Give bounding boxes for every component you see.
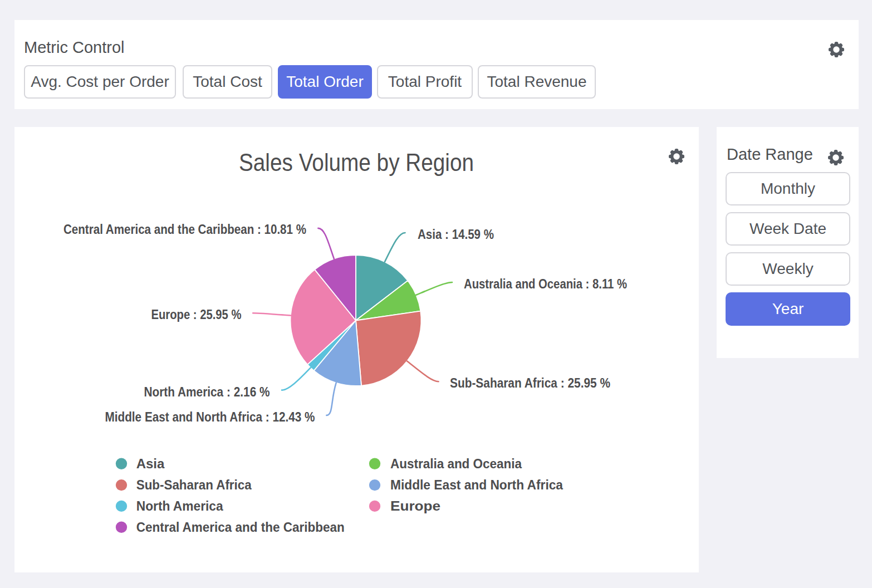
svg-text:Sales Volume by Region: Sales Volume by Region — [239, 149, 474, 176]
svg-text:North America: North America — [136, 498, 224, 513]
svg-text:North America : 2.16 %: North America : 2.16 % — [144, 384, 270, 399]
svg-text:Australia and Oceania: Australia and Oceania — [390, 456, 522, 471]
svg-text:Sub-Saharan Africa : 25.95 %: Sub-Saharan Africa : 25.95 % — [450, 375, 610, 390]
svg-text:Sub-Saharan Africa: Sub-Saharan Africa — [136, 477, 252, 492]
svg-text:Asia : 14.59 %: Asia : 14.59 % — [418, 227, 494, 242]
svg-text:Central America and the Caribb: Central America and the Caribbean : 10.8… — [63, 222, 306, 237]
svg-text:Asia: Asia — [136, 456, 165, 471]
svg-text:Middle East and North Africa: Middle East and North Africa — [390, 477, 564, 492]
svg-text:Middle East and North Africa :: Middle East and North Africa : 12.43 % — [105, 409, 315, 424]
svg-text:Europe: Europe — [390, 498, 440, 513]
svg-text:Central America and the Caribb: Central America and the Caribbean — [136, 520, 345, 535]
svg-text:Australia and Oceania : 8.11 %: Australia and Oceania : 8.11 % — [464, 276, 627, 291]
svg-text:Europe : 25.95 %: Europe : 25.95 % — [151, 307, 242, 322]
